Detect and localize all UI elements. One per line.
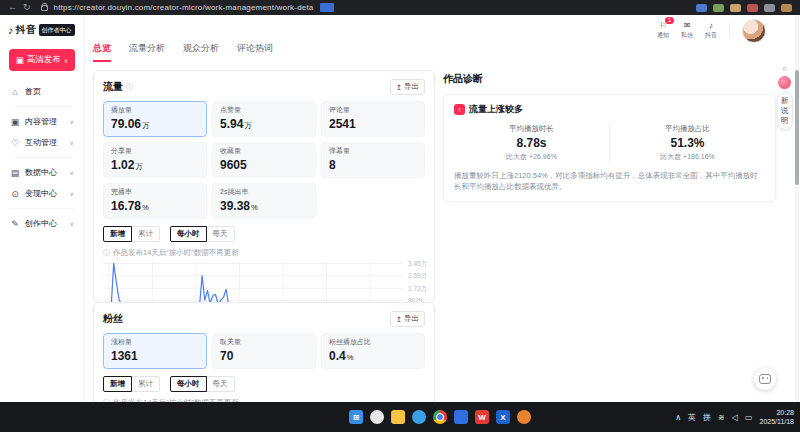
stat-value: 39.38% xyxy=(220,199,308,213)
toggle-group: 每小时每天 xyxy=(170,376,235,392)
extension-icon[interactable] xyxy=(696,4,707,12)
tab-观众分析[interactable]: 观众分析 xyxy=(183,42,219,62)
douyin-logo-icon: ♪ xyxy=(8,24,14,36)
diagnosis-tag: 流量上涨较多 xyxy=(469,103,523,116)
taskbar-icon-search[interactable] xyxy=(370,410,384,424)
stat-value: 8 xyxy=(329,158,417,172)
creation-icon: ✎ xyxy=(10,219,20,229)
extension-icon[interactable] xyxy=(730,4,741,12)
taskbar-icon-chrome[interactable] xyxy=(433,410,447,424)
stat-value: 5.94万 xyxy=(220,117,308,131)
toggle-累计[interactable]: 累计 xyxy=(132,226,160,242)
metric-value: 51.3% xyxy=(610,136,765,150)
sidebar-item-变现中心[interactable]: ⊙变现中心∨ xyxy=(0,183,84,204)
tab-总览[interactable]: 总览 xyxy=(93,42,111,62)
sidebar-item-互动管理[interactable]: ♡互动管理∨ xyxy=(0,132,84,153)
toggle-每小时[interactable]: 每小时 xyxy=(170,226,207,242)
activity-ball-icon[interactable] xyxy=(778,76,791,89)
export-label: 导出 xyxy=(404,314,419,324)
sidebar-item-创作中心[interactable]: ✎创作中心∨ xyxy=(0,213,84,234)
stat-value: 1.02万 xyxy=(111,158,199,172)
back-icon[interactable]: ← xyxy=(8,0,17,15)
tab-流量分析[interactable]: 流量分析 xyxy=(129,42,165,62)
toggle-每天[interactable]: 每天 xyxy=(207,226,235,242)
header-action-私信[interactable]: ✉私信 xyxy=(681,21,693,40)
extension-icon[interactable] xyxy=(747,4,758,12)
toggle-新增[interactable]: 新增 xyxy=(103,226,132,242)
taskbar-icon-excel[interactable]: X xyxy=(496,410,510,424)
traffic-toggles: 新增累计每小时每天 xyxy=(103,226,425,242)
toggle-新增[interactable]: 新增 xyxy=(103,376,132,392)
notification-badge: 1 xyxy=(665,17,674,24)
extension-icon[interactable] xyxy=(764,4,775,12)
taskbar-clock[interactable]: 20:28 2025/11/18 xyxy=(759,408,794,427)
stat-unit: % xyxy=(347,353,354,362)
battery-icon[interactable]: ▭ xyxy=(745,413,753,422)
sidebar-item-内容管理[interactable]: ▣内容管理∨ xyxy=(0,111,84,132)
assistant-fab[interactable] xyxy=(754,368,776,390)
taskbar-icon-edge[interactable] xyxy=(412,410,426,424)
stat-value: 79.06万 xyxy=(111,117,199,131)
stat-card-涨粉量[interactable]: 涨粉量1361 xyxy=(103,333,207,369)
system-tray: ∧英拼≋◁▭ 20:28 2025/11/18 xyxy=(675,408,794,427)
stat-value: 9605 xyxy=(220,158,308,172)
metric-label: 平均播放占比 xyxy=(610,124,765,134)
refresh-icon[interactable]: ↻ xyxy=(23,0,31,15)
stat-card-粉丝播放占比[interactable]: 粉丝播放占比0.4% xyxy=(321,333,425,369)
stat-card-分享量[interactable]: 分享量1.02万 xyxy=(103,142,207,178)
tab-评论热词[interactable]: 评论热词 xyxy=(237,42,273,62)
stat-card-播放量[interactable]: 播放量79.06万 xyxy=(103,101,207,137)
help-vertical-tab[interactable]: 新说明 xyxy=(777,92,793,130)
stat-label: 点赞量 xyxy=(220,105,308,115)
stat-card-取关量[interactable]: 取关量70 xyxy=(212,333,316,369)
chevron-up-icon[interactable]: ∧ xyxy=(675,413,681,422)
svg-text:2.59万: 2.59万 xyxy=(408,272,428,279)
toggle-每小时[interactable]: 每小时 xyxy=(170,376,207,392)
info-icon[interactable]: ⓘ xyxy=(126,82,133,92)
taskbar-icon-start[interactable]: ⊞ xyxy=(349,410,363,424)
export-button[interactable]: ↥ 导出 xyxy=(390,311,425,327)
stat-card-弹幕量[interactable]: 弹幕量8 xyxy=(321,142,425,178)
stat-card-评论量[interactable]: 评论量2541 xyxy=(321,101,425,137)
logo[interactable]: ♪ 抖音 创作者中心 xyxy=(0,15,84,41)
stat-unit: 万 xyxy=(142,121,150,130)
volume-icon[interactable]: ◁ xyxy=(732,413,738,422)
sidebar-item-首页[interactable]: ⌂首页 xyxy=(0,81,84,102)
page-scrollbar[interactable] xyxy=(795,15,799,402)
stat-card-点赞量[interactable]: 点赞量5.94万 xyxy=(212,101,316,137)
main-area: ⚐通知1✉私信♪抖音 总览流量分析观众分析评论热词 流量 ⓘ ↥ 导出 播放量7… xyxy=(85,15,800,402)
stat-card-完播率[interactable]: 完播率16.78% xyxy=(103,183,207,219)
sidebar-item-数据中心[interactable]: ▤数据中心∨ xyxy=(0,162,84,183)
interaction-icon: ♡ xyxy=(10,138,20,148)
widget-mini-icon[interactable]: ⌗ xyxy=(783,65,787,73)
taskbar-icon-explorer[interactable] xyxy=(391,410,405,424)
scrollbar-thumb[interactable] xyxy=(795,70,799,185)
side-widget: ⌗ 新说明 xyxy=(777,65,792,130)
stat-label: 粉丝播放占比 xyxy=(329,337,417,347)
divider xyxy=(10,157,74,158)
avatar[interactable] xyxy=(742,19,766,43)
stat-card-收藏量[interactable]: 收藏量9605 xyxy=(212,142,316,178)
header-action-通知[interactable]: ⚐通知1 xyxy=(657,21,669,40)
wifi-icon[interactable]: ≋ xyxy=(718,413,725,422)
extension-icon[interactable] xyxy=(713,4,724,12)
header-actions: ⚐通知1✉私信♪抖音 xyxy=(657,21,766,43)
logo-badge: 创作者中心 xyxy=(39,24,75,36)
sidebar-item-label: 内容管理 xyxy=(25,116,57,127)
header-action-抖音[interactable]: ♪抖音 xyxy=(705,21,717,40)
stat-label: 2s跳出率 xyxy=(220,187,308,197)
toggle-累计[interactable]: 累计 xyxy=(132,376,160,392)
export-button[interactable]: ↥ 导出 xyxy=(390,79,425,95)
taskbar-icon-wps[interactable]: W xyxy=(475,410,489,424)
url-text[interactable]: https://creator.douyin.com/creator-micro… xyxy=(54,3,314,12)
taskbar-icon-app-orange[interactable] xyxy=(517,410,531,424)
stat-unit: % xyxy=(251,203,258,212)
toggle-每天[interactable]: 每天 xyxy=(207,376,235,392)
stat-card-2s跳出率[interactable]: 2s跳出率39.38% xyxy=(212,183,316,219)
ime-pinyin[interactable]: 拼 xyxy=(703,412,711,423)
sidebar: ♪ 抖音 创作者中心 ▣ 高清发布 ∨ ⌂首页▣内容管理∨♡互动管理∨▤数据中心… xyxy=(0,15,85,402)
ime-en[interactable]: 英 xyxy=(688,412,696,423)
publish-button[interactable]: ▣ 高清发布 ∨ xyxy=(9,49,75,71)
taskbar-icon-store[interactable] xyxy=(454,410,468,424)
extension-icon[interactable] xyxy=(781,4,792,12)
